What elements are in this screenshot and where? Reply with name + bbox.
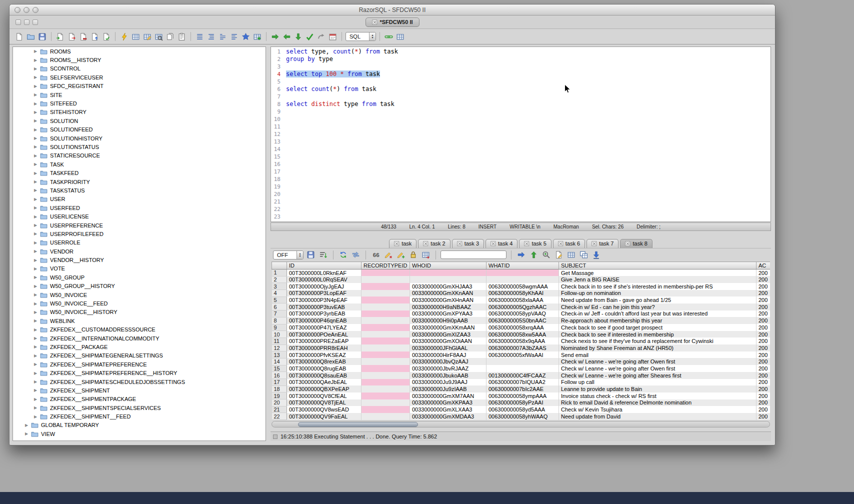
disclosure-triangle-icon[interactable]: ▶: [34, 258, 40, 262]
tree-item[interactable]: ▶SOLUTIONSTATUS: [13, 142, 266, 151]
disclosure-triangle-icon[interactable]: ▶: [34, 136, 40, 140]
table-cell[interactable]: 006300000058ympAAA: [486, 392, 559, 400]
pencil-x-icon[interactable]: [383, 250, 394, 260]
tree-item[interactable]: ▶W50_GROUP: [13, 273, 266, 282]
disclosure-triangle-icon[interactable]: ▶: [34, 388, 40, 392]
tree-item[interactable]: ▶SOLUTION: [13, 116, 266, 125]
disclosure-triangle-icon[interactable]: ▶: [34, 171, 40, 176]
combo-stepper-icon[interactable]: ▴▾: [369, 32, 376, 40]
frame-control-icon[interactable]: [24, 20, 30, 25]
grid-plus-icon[interactable]: [252, 32, 262, 42]
zoom-window-button[interactable]: [32, 7, 38, 13]
table-cell[interactable]: 00T3000000P3yrbEAB: [287, 310, 362, 318]
table-cell[interactable]: 00630000007bIc2AAE: [486, 386, 559, 392]
close-tab-icon[interactable]: [457, 241, 462, 246]
table-cell[interactable]: 0033000000GmXHJAA3: [410, 283, 486, 290]
disclosure-triangle-icon[interactable]: ▶: [34, 232, 40, 236]
page-export-icon[interactable]: [66, 32, 77, 42]
table-row[interactable]: 1900T3000000QV8CfEAL0033000000GmXM7AAN00…: [272, 392, 770, 400]
tree-item[interactable]: ▶TASKSTATUS: [13, 186, 266, 194]
minimize-window-button[interactable]: [24, 7, 30, 13]
table-cell[interactable]: [362, 324, 410, 331]
sql-editor[interactable]: 1234567891011121314151617181920212223 se…: [270, 46, 771, 222]
table-cell[interactable]: 00T3000000P3tuvEAB: [287, 304, 362, 310]
table-row[interactable]: 1200T3000000PRR8rEAH0033000000JFhGlAAL00…: [272, 344, 770, 352]
page-icon[interactable]: [14, 32, 24, 42]
table-cell[interactable]: 200: [756, 413, 770, 420]
lock-icon[interactable]: [408, 250, 418, 260]
table-cell[interactable]: 0033000000JbukoAAB: [410, 372, 486, 379]
tree-item[interactable]: ▶USERLICENSE: [13, 212, 266, 220]
double-arrows-icon[interactable]: [350, 250, 361, 260]
column-header[interactable]: SUBJECT: [559, 262, 756, 270]
tree-item[interactable]: ▶ZKFEDEX__SHIPMATESCHEDULEDJOBSSETTINGS: [13, 378, 266, 386]
table-cell[interactable]: Check back to see if good target prospec…: [559, 324, 756, 331]
table-cell[interactable]: [362, 296, 410, 304]
table-cell[interactable]: 200: [756, 392, 770, 400]
disclosure-triangle-icon[interactable]: ▶: [34, 284, 40, 288]
tree-item[interactable]: ▶SFDC_REGISTRANT: [13, 82, 266, 90]
page-pencil-icon[interactable]: [554, 250, 564, 260]
table-cell[interactable]: [486, 365, 559, 372]
table-cell[interactable]: 0033000000GmXMDAA3: [410, 413, 486, 420]
results-tab[interactable]: task 7: [586, 239, 618, 248]
tree-item[interactable]: ▶W50_INVOICE__HISTORY: [13, 308, 266, 316]
table-cell[interactable]: 0033000000H9i0pAAB: [410, 317, 486, 324]
close-document-icon[interactable]: [372, 20, 377, 25]
table-cell[interactable]: [362, 317, 410, 324]
disclosure-triangle-icon[interactable]: ▶: [34, 354, 40, 358]
table-cell[interactable]: 200: [756, 331, 770, 338]
disclosure-triangle-icon[interactable]: ▶: [34, 371, 40, 376]
sort-filter-icon[interactable]: [318, 250, 328, 260]
table-cell[interactable]: [362, 400, 410, 406]
close-tab-icon[interactable]: [423, 241, 428, 246]
disclosure-triangle-icon[interactable]: ▶: [34, 240, 40, 245]
calendar-icon[interactable]: [328, 32, 338, 42]
disclosure-triangle-icon[interactable]: ▶: [34, 144, 40, 149]
disclosure-triangle-icon[interactable]: ▶: [34, 223, 40, 228]
table-cell[interactable]: 00T3000000OjyJgEAJ: [287, 283, 362, 290]
list4-icon[interactable]: [229, 32, 240, 42]
disclosure-triangle-icon[interactable]: ▶: [34, 344, 40, 349]
table-cell[interactable]: Check-in w/ Ed - can he join this year?: [559, 304, 756, 310]
table-cell[interactable]: 200: [756, 372, 770, 379]
disclosure-triangle-icon[interactable]: ▶: [34, 214, 40, 219]
disclosure-triangle-icon[interactable]: ▶: [34, 302, 40, 306]
tree-item[interactable]: ▶SITEHISTORY: [13, 108, 266, 116]
disclosure-triangle-icon[interactable]: ▶: [34, 362, 40, 366]
table-row[interactable]: 1300T3000000PfvKSEAZ0033000000HirF8AAJ00…: [272, 352, 770, 358]
disclosure-triangle-icon[interactable]: ▶: [34, 49, 40, 54]
table-cell[interactable]: 00T3000000POeAnEAL: [287, 331, 362, 338]
disclosure-triangle-icon[interactable]: ▶: [34, 92, 40, 97]
table-cell[interactable]: 00T3000000PfvKSEAZ: [287, 352, 362, 358]
table-cell[interactable]: 00630000005S0bnAAC: [486, 317, 559, 324]
grid-icon[interactable]: [566, 250, 576, 260]
table-cell[interactable]: 00T3000000QAeJbEAL: [287, 379, 362, 386]
table-cell[interactable]: [362, 406, 410, 413]
table-cell[interactable]: Need update from David: [559, 413, 756, 420]
list3-icon[interactable]: [218, 32, 228, 42]
table-cell[interactable]: 0033000000JFhGlAAL: [410, 344, 486, 352]
tree-item[interactable]: ▶ZKFEDEX__SHIPMATEPREFERENCE: [13, 360, 266, 368]
table-cell[interactable]: 200: [756, 276, 770, 283]
disclosure-triangle-icon[interactable]: ▶: [34, 310, 40, 314]
green-up-arrow-icon[interactable]: [528, 250, 539, 260]
table-cell[interactable]: [486, 276, 559, 283]
table-cell[interactable]: 0033000000GmXKPAA3: [410, 400, 486, 406]
table-cell[interactable]: Follow up call: [559, 379, 756, 386]
disclosure-triangle-icon[interactable]: ▶: [34, 180, 40, 184]
transpose-select[interactable]: OFF▴▾: [273, 250, 304, 260]
table-cell[interactable]: 200: [756, 290, 770, 297]
disclosure-triangle-icon[interactable]: ▶: [34, 336, 40, 340]
table-cell[interactable]: Nominated by Shane Freeman at ANZ (HR50): [559, 344, 756, 352]
list2-icon[interactable]: [206, 32, 216, 42]
table-row[interactable]: 1800T3000000QBXPeEAP0033000000Ju9zIAAB00…: [272, 386, 770, 392]
table-cell[interactable]: 006300000058yhWAAQ: [486, 413, 559, 420]
table-cell[interactable]: [362, 392, 410, 400]
table-cell[interactable]: 200: [756, 344, 770, 352]
tree-item[interactable]: ▶WEBLINK: [13, 316, 266, 325]
table-cell[interactable]: Give Jenn a BIG RAISE: [559, 276, 756, 283]
table-cell[interactable]: 00630000005QgzhAAC: [486, 304, 559, 310]
disclosure-triangle-icon[interactable]: ▶: [34, 110, 40, 114]
disclosure-triangle-icon[interactable]: ▶: [34, 102, 40, 106]
